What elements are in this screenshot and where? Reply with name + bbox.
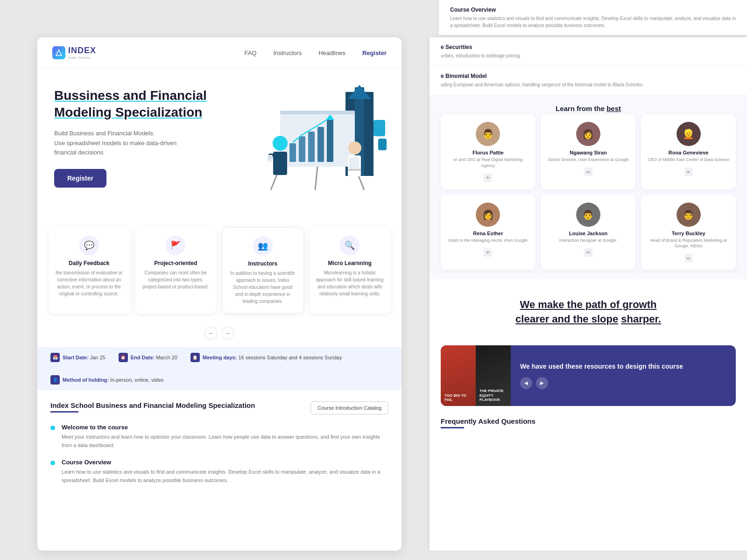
binomial-desc: uding European and American options, han… (441, 81, 736, 88)
hero-subtitle: Build Business and Financial Models. Use… (54, 129, 232, 158)
svg-point-15 (273, 136, 288, 151)
ngawang-name: Ngawang Siran (547, 150, 630, 155)
svg-rect-26 (378, 139, 387, 150)
nav-register[interactable]: Register (362, 49, 387, 56)
meeting-label: Meeting days: 16 sessions Saturday and 4… (203, 355, 342, 360)
louise-social: in (547, 247, 630, 257)
nav-instructors[interactable]: Instructors (273, 49, 302, 56)
course-title-underline (50, 411, 78, 413)
faq-section: Frequently Asked Questions (430, 406, 747, 440)
micro-desc: Microlearning is a holistic approach for… (316, 269, 384, 297)
resources-next-btn[interactable]: ▶ (536, 377, 548, 389)
catalog-button[interactable]: Course Introduction Catalog (310, 401, 388, 414)
instructor-card-rona: 👱 Rona Genevieve CEO of Middle East Cent… (641, 114, 736, 189)
florus-name: Florus Pattie (446, 150, 530, 155)
instructors-feature-desc: In addition to having a scientific appro… (229, 270, 297, 305)
course-title-wrapper: Index School Business and Financial Mode… (50, 401, 255, 413)
svg-rect-8 (308, 132, 315, 162)
faq-underline (441, 427, 464, 428)
ngawang-linkedin-icon[interactable]: in (584, 168, 592, 176)
terry-name: Terry Buckley (647, 231, 730, 236)
instructor-card-rena: 👩 Rena Esther istant to the Managing ire… (441, 195, 536, 270)
method-icon: 👤 (50, 375, 60, 385)
feature-card-instructors: 👥 Instructors In addition to having a sc… (222, 227, 304, 314)
features-section: 💬 Daily Feedback the transmission of eva… (37, 218, 402, 323)
nav-links: FAQ Instructors Headlines Register (244, 49, 387, 57)
project-icon: 🚩 (166, 236, 185, 255)
binomial-title: e Binomial Model (441, 73, 736, 79)
ngawang-social: in (547, 167, 630, 176)
info-bar: 📅 Start Date: Jan 25 ⏰ End Date: March 2… (37, 347, 402, 390)
feature-card-micro: 🔍 Micro Learnning Microlearning is a hol… (310, 227, 391, 314)
prev-button[interactable]: ← (204, 327, 218, 340)
instructor-card-ngawang: 👩 Ngawang Siran Senior Director, User Ex… (541, 114, 636, 189)
rona-avatar: 👱 (677, 122, 701, 146)
hero-text: Bussiness and Financial Modeling Special… (54, 87, 232, 188)
feedback-icon: 💬 (79, 236, 99, 255)
terry-linkedin-icon[interactable]: in (684, 254, 693, 262)
resources-card: TOO BIG TO FAIL THE PRIVATE EQUITY PLAYB… (441, 345, 736, 406)
instructors-feature-title: Instructors (229, 260, 297, 267)
project-desc: Companies can most often be categorized … (142, 269, 210, 290)
next-button[interactable]: → (221, 327, 234, 340)
florus-linkedin-icon[interactable]: in (484, 174, 492, 182)
rena-linkedin-icon[interactable]: in (484, 248, 492, 257)
feedback-title: Daily Feedback (55, 260, 123, 266)
course-item-content-welcome: Welcome to the course Meet your instruct… (62, 424, 388, 449)
resources-actions: ◀ ▶ (520, 377, 683, 389)
florus-role: er and CEO at Real Digital Marketing Age… (446, 157, 530, 168)
logo-text: INDEX (68, 46, 96, 56)
rona-social: in (647, 167, 730, 176)
rona-linkedin-icon[interactable]: in (684, 168, 693, 176)
hero-illustration (243, 83, 392, 199)
book-cover-1: TOO BIG TO FAIL (441, 345, 476, 406)
rena-name: Rena Esther (446, 231, 530, 236)
binomial-section: e Binomial Model uding European and Amer… (430, 66, 747, 95)
resources-prev-btn[interactable]: ◀ (520, 377, 532, 389)
instructors-grid: 👨 Florus Pattie er and CEO at Real Digit… (441, 114, 736, 270)
resources-books: TOO BIG TO FAIL THE PRIVATE EQUITY PLAYB… (441, 345, 511, 406)
louise-role: Interaction Designer at Google. (547, 238, 630, 244)
rena-role: istant to the Managing irector shen Goog… (446, 238, 530, 244)
securities-desc: urities, introduction to arbitrage prici… (441, 52, 736, 59)
instructors-icon: 👥 (253, 236, 273, 256)
instructor-card-terry: 👨 Terry Buckley Head of Brand & Reputati… (641, 195, 736, 270)
terry-avatar: 👨 (677, 203, 701, 227)
logo-subtitle: Index School (68, 56, 96, 60)
overview-title: Course Overview (62, 459, 388, 466)
hero-section: Bussiness and Financial Modeling Special… (37, 69, 402, 218)
growth-section: We make the path of growth clearer and t… (430, 279, 747, 345)
nav-headlines[interactable]: Headlines (318, 49, 345, 56)
rena-avatar: 👩 (476, 203, 500, 227)
svg-rect-25 (374, 120, 385, 136)
securities-title: e Securities (441, 44, 736, 50)
rena-social: in (446, 247, 530, 257)
navbar: INDEX Index School FAQ Instructors Headl… (37, 37, 402, 69)
louise-linkedin-icon[interactable]: in (584, 248, 592, 257)
instructor-card-louise: 👨 Louise Jackson Interaction Designer at… (541, 195, 636, 270)
course-header: Index School Business and Financial Mode… (50, 401, 388, 414)
ngawang-role: Senior Director, User Experience at Goog… (547, 157, 630, 163)
meeting-icon: 📋 (190, 353, 200, 362)
growth-title: We make the path of growth clearer and t… (441, 298, 736, 327)
end-label: End Date: March 20 (131, 355, 177, 360)
end-date-item: ⏰ End Date: March 20 (119, 353, 177, 362)
meeting-days-item: 📋 Meeting days: 16 sessions Saturday and… (190, 353, 342, 362)
course-section: Index School Business and Financial Mode… (37, 390, 402, 505)
instructors-section: Learn from the best 👨 Florus Pattie er a… (430, 95, 747, 279)
start-date-item: 📅 Start Date: Jan 25 (50, 353, 106, 362)
start-label: Start Date: Jan 25 (63, 355, 106, 360)
svg-point-21 (348, 141, 361, 154)
pagination: ← → (37, 323, 402, 347)
bg-course-overview-title: Course Overview (450, 7, 736, 13)
logo: INDEX Index School (52, 46, 96, 60)
svg-rect-23 (349, 157, 359, 170)
book-cover-2: THE PRIVATE EQUITY PLAYBOOK (476, 345, 511, 406)
course-dot-overview (50, 461, 55, 465)
nav-faq[interactable]: FAQ (244, 49, 256, 56)
instructor-card-florus: 👨 Florus Pattie er and CEO at Real Digit… (441, 114, 536, 189)
louise-name: Louise Jackson (547, 231, 630, 236)
rona-name: Rona Genevieve (647, 150, 730, 155)
register-button[interactable]: Register (54, 169, 106, 188)
svg-rect-9 (317, 127, 324, 162)
